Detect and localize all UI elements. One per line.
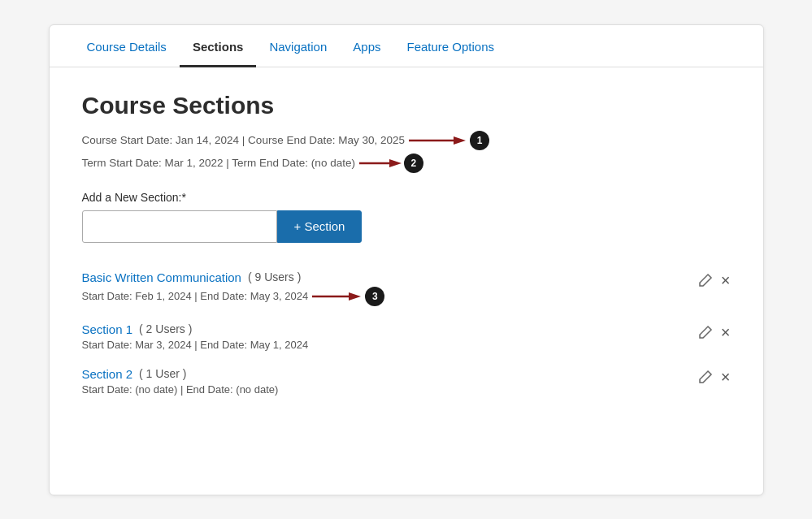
section-actions-0: × [698,270,731,288]
tab-navigation[interactable]: Navigation [256,25,340,67]
term-dates-row: Term Start Date: Mar 1, 2022 | Term End … [82,154,731,173]
tab-bar: Course Details Sections Navigation Apps … [50,25,763,67]
course-dates-row: Course Start Date: Jan 14, 2024 | Course… [82,131,731,150]
term-dates-text: Term Start Date: Mar 1, 2022 | Term End … [82,157,355,169]
annotation-badge-3: 3 [365,287,384,306]
annotation-arrow-1 [405,132,470,149]
annotation-arrow-3 [308,288,365,305]
delete-icon-1[interactable]: × [721,324,731,340]
section-name-row: Basic Written Communication ( 9 Users ) [82,270,698,284]
add-section-form: + Section [82,210,731,243]
delete-icon-2[interactable]: × [721,369,731,385]
list-item: Basic Written Communication ( 9 Users ) … [82,262,731,314]
annotation-badge-2: 2 [404,154,423,173]
list-item: Section 2 ( 1 User ) Start Date: (no dat… [82,359,731,404]
edit-icon-0[interactable] [698,273,713,288]
section-item-info: Section 1 ( 2 Users ) Start Date: Mar 3,… [82,322,698,351]
new-section-input[interactable] [82,210,277,243]
section-dates-2: Start Date: (no date) | End Date: (no da… [82,383,698,396]
tab-feature-options[interactable]: Feature Options [394,25,508,67]
section-item-info: Basic Written Communication ( 9 Users ) … [82,270,698,306]
page-title: Course Sections [82,92,731,119]
section-actions-1: × [698,322,731,340]
tab-sections[interactable]: Sections [180,25,257,67]
delete-icon-0[interactable]: × [721,272,731,288]
section-link-2[interactable]: Section 2 [82,367,133,381]
add-section-label: Add a New Section:* [82,191,731,204]
section-name-row: Section 1 ( 2 Users ) [82,322,698,336]
svg-marker-3 [389,159,402,167]
section-list: Basic Written Communication ( 9 Users ) … [82,262,731,404]
annotation-arrow-2 [355,155,404,171]
list-item: Section 1 ( 2 Users ) Start Date: Mar 3,… [82,314,731,359]
course-dates-text: Course Start Date: Jan 14, 2024 | Course… [82,134,406,146]
section-link-0[interactable]: Basic Written Communication [82,270,241,284]
page-content: Course Sections Course Start Date: Jan 1… [50,67,763,428]
svg-marker-1 [454,136,466,145]
svg-marker-5 [349,292,361,301]
tab-apps[interactable]: Apps [340,25,393,67]
main-card: Course Details Sections Navigation Apps … [49,24,764,495]
section-actions-2: × [698,367,731,385]
section-dates-1: Start Date: Mar 3, 2024 | End Date: May … [82,339,698,351]
section-link-1[interactable]: Section 1 [82,322,133,336]
edit-icon-1[interactable] [698,325,713,340]
section-dates-0: Start Date: Feb 1, 2024 | End Date: May … [82,290,309,302]
annotation-badge-1: 1 [470,131,489,150]
section-users-0: ( 9 Users ) [248,270,301,283]
tab-course-details[interactable]: Course Details [74,25,180,67]
section-name-row: Section 2 ( 1 User ) [82,367,698,381]
add-section-button[interactable]: + Section [277,210,363,243]
edit-icon-2[interactable] [698,370,713,384]
section-users-1: ( 2 Users ) [139,322,192,335]
section-users-2: ( 1 User ) [139,367,186,380]
section-item-info: Section 2 ( 1 User ) Start Date: (no dat… [82,367,698,396]
section-dates-row-0: Start Date: Feb 1, 2024 | End Date: May … [82,287,698,306]
